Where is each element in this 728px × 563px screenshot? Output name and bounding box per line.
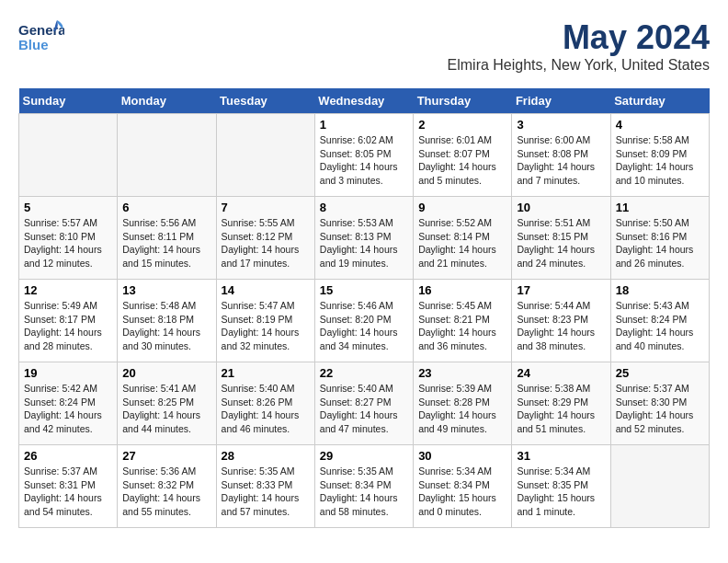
day-number: 24 (517, 366, 605, 380)
day-info: Sunrise: 5:38 AMSunset: 8:29 PMDaylight:… (517, 382, 605, 436)
calendar-cell: 13Sunrise: 5:48 AMSunset: 8:18 PMDayligh… (118, 280, 216, 362)
week-row-3: 12Sunrise: 5:49 AMSunset: 8:17 PMDayligh… (19, 280, 710, 362)
page-title: May 2024 (448, 18, 710, 57)
week-row-4: 19Sunrise: 5:42 AMSunset: 8:24 PMDayligh… (19, 362, 710, 445)
day-number: 2 (418, 118, 506, 132)
column-header-monday: Monday (118, 88, 216, 114)
day-info: Sunrise: 5:36 AMSunset: 8:32 PMDaylight:… (122, 465, 210, 519)
day-info: Sunrise: 6:02 AMSunset: 8:05 PMDaylight:… (320, 133, 408, 188)
day-number: 17 (517, 283, 605, 297)
day-info: Sunrise: 5:55 AMSunset: 8:12 PMDaylight:… (222, 216, 310, 270)
day-info: Sunrise: 5:57 AMSunset: 8:10 PMDaylight:… (24, 216, 112, 270)
day-number: 13 (122, 283, 210, 297)
day-info: Sunrise: 6:00 AMSunset: 8:08 PMDaylight:… (517, 133, 605, 188)
calendar-cell: 7Sunrise: 5:55 AMSunset: 8:12 PMDaylight… (216, 197, 314, 280)
day-info: Sunrise: 5:35 AMSunset: 8:33 PMDaylight:… (222, 465, 310, 519)
calendar-cell: 17Sunrise: 5:44 AMSunset: 8:23 PMDayligh… (512, 280, 610, 362)
day-number: 11 (616, 201, 704, 214)
calendar-cell: 1Sunrise: 6:02 AMSunset: 8:05 PMDaylight… (314, 114, 413, 197)
day-number: 3 (517, 118, 605, 132)
week-row-2: 5Sunrise: 5:57 AMSunset: 8:10 PMDaylight… (19, 197, 710, 280)
calendar-cell: 10Sunrise: 5:51 AMSunset: 8:15 PMDayligh… (512, 197, 610, 280)
day-info: Sunrise: 6:01 AMSunset: 8:07 PMDaylight:… (418, 133, 506, 188)
day-number: 6 (122, 201, 210, 214)
day-number: 23 (418, 366, 506, 380)
day-info: Sunrise: 5:48 AMSunset: 8:18 PMDaylight:… (122, 299, 210, 353)
day-info: Sunrise: 5:43 AMSunset: 8:24 PMDaylight:… (616, 299, 704, 353)
calendar-cell: 22Sunrise: 5:40 AMSunset: 8:27 PMDayligh… (314, 362, 413, 445)
day-info: Sunrise: 5:44 AMSunset: 8:23 PMDaylight:… (517, 299, 605, 353)
calendar-cell: 31Sunrise: 5:34 AMSunset: 8:35 PMDayligh… (512, 445, 610, 528)
calendar-cell: 15Sunrise: 5:46 AMSunset: 8:20 PMDayligh… (314, 280, 413, 362)
day-number: 22 (320, 366, 408, 380)
calendar-cell: 29Sunrise: 5:35 AMSunset: 8:34 PMDayligh… (314, 445, 413, 528)
calendar-cell: 20Sunrise: 5:41 AMSunset: 8:25 PMDayligh… (118, 362, 216, 445)
calendar-cell: 4Sunrise: 5:58 AMSunset: 8:09 PMDaylight… (610, 114, 709, 197)
day-number: 18 (616, 283, 704, 297)
day-number: 15 (320, 283, 408, 297)
column-header-friday: Friday (512, 88, 610, 114)
day-info: Sunrise: 5:37 AMSunset: 8:30 PMDaylight:… (616, 382, 704, 436)
day-number: 29 (320, 449, 408, 463)
day-number: 1 (320, 118, 408, 132)
svg-text:Blue: Blue (18, 37, 49, 52)
day-info: Sunrise: 5:52 AMSunset: 8:14 PMDaylight:… (418, 216, 506, 270)
calendar-cell: 24Sunrise: 5:38 AMSunset: 8:29 PMDayligh… (512, 362, 610, 445)
calendar-cell: 30Sunrise: 5:34 AMSunset: 8:34 PMDayligh… (414, 445, 512, 528)
header-row: SundayMondayTuesdayWednesdayThursdayFrid… (19, 88, 710, 114)
calendar-cell: 23Sunrise: 5:39 AMSunset: 8:28 PMDayligh… (414, 362, 512, 445)
calendar-cell: 9Sunrise: 5:52 AMSunset: 8:14 PMDaylight… (414, 197, 512, 280)
logo-container: General Blue (18, 18, 64, 55)
day-info: Sunrise: 5:50 AMSunset: 8:16 PMDaylight:… (616, 216, 704, 270)
week-row-1: 1Sunrise: 6:02 AMSunset: 8:05 PMDaylight… (19, 114, 710, 197)
calendar-cell: 6Sunrise: 5:56 AMSunset: 8:11 PMDaylight… (118, 197, 216, 280)
calendar-cell: 26Sunrise: 5:37 AMSunset: 8:31 PMDayligh… (19, 445, 118, 528)
title-area: May 2024 Elmira Heights, New York, Unite… (448, 18, 710, 74)
day-number: 19 (24, 366, 112, 380)
calendar-cell: 18Sunrise: 5:43 AMSunset: 8:24 PMDayligh… (610, 280, 709, 362)
day-number: 12 (24, 283, 112, 297)
day-info: Sunrise: 5:41 AMSunset: 8:25 PMDaylight:… (122, 382, 210, 436)
calendar-cell: 16Sunrise: 5:45 AMSunset: 8:21 PMDayligh… (414, 280, 512, 362)
day-number: 31 (517, 449, 605, 463)
day-info: Sunrise: 5:42 AMSunset: 8:24 PMDaylight:… (24, 382, 112, 436)
logo-svg: General Blue (18, 18, 64, 55)
day-number: 9 (418, 201, 506, 214)
calendar-cell: 12Sunrise: 5:49 AMSunset: 8:17 PMDayligh… (19, 280, 118, 362)
day-info: Sunrise: 5:35 AMSunset: 8:34 PMDaylight:… (320, 465, 408, 519)
calendar-cell: 5Sunrise: 5:57 AMSunset: 8:10 PMDaylight… (19, 197, 118, 280)
calendar-cell: 27Sunrise: 5:36 AMSunset: 8:32 PMDayligh… (118, 445, 216, 528)
day-number: 26 (24, 449, 112, 463)
day-info: Sunrise: 5:45 AMSunset: 8:21 PMDaylight:… (418, 299, 506, 353)
day-number: 10 (517, 201, 605, 214)
column-header-wednesday: Wednesday (314, 88, 413, 114)
day-info: Sunrise: 5:40 AMSunset: 8:26 PMDaylight:… (222, 382, 310, 436)
column-header-thursday: Thursday (414, 88, 512, 114)
column-header-saturday: Saturday (610, 88, 709, 114)
day-number: 27 (122, 449, 210, 463)
day-info: Sunrise: 5:40 AMSunset: 8:27 PMDaylight:… (320, 382, 408, 436)
day-info: Sunrise: 5:34 AMSunset: 8:34 PMDaylight:… (418, 465, 506, 519)
calendar-cell: 8Sunrise: 5:53 AMSunset: 8:13 PMDaylight… (314, 197, 413, 280)
calendar-cell: 14Sunrise: 5:47 AMSunset: 8:19 PMDayligh… (216, 280, 314, 362)
day-info: Sunrise: 5:39 AMSunset: 8:28 PMDaylight:… (418, 382, 506, 436)
day-number: 20 (122, 366, 210, 380)
day-number: 4 (616, 118, 704, 132)
calendar-cell: 28Sunrise: 5:35 AMSunset: 8:33 PMDayligh… (216, 445, 314, 528)
day-number: 25 (616, 366, 704, 380)
column-header-sunday: Sunday (19, 88, 118, 114)
page-header: General Blue General Blue May 2024 Elmir… (18, 18, 710, 74)
calendar-cell: 19Sunrise: 5:42 AMSunset: 8:24 PMDayligh… (19, 362, 118, 445)
day-number: 21 (222, 366, 310, 380)
day-number: 16 (418, 283, 506, 297)
day-info: Sunrise: 5:53 AMSunset: 8:13 PMDaylight:… (320, 216, 408, 270)
calendar-cell (216, 114, 314, 197)
page-subtitle: Elmira Heights, New York, United States (448, 57, 710, 74)
calendar-cell: 3Sunrise: 6:00 AMSunset: 8:08 PMDaylight… (512, 114, 610, 197)
column-header-tuesday: Tuesday (216, 88, 314, 114)
day-number: 8 (320, 201, 408, 214)
calendar-cell: 2Sunrise: 6:01 AMSunset: 8:07 PMDaylight… (414, 114, 512, 197)
calendar-cell (19, 114, 118, 197)
calendar-cell (610, 445, 709, 528)
day-number: 7 (222, 201, 310, 214)
